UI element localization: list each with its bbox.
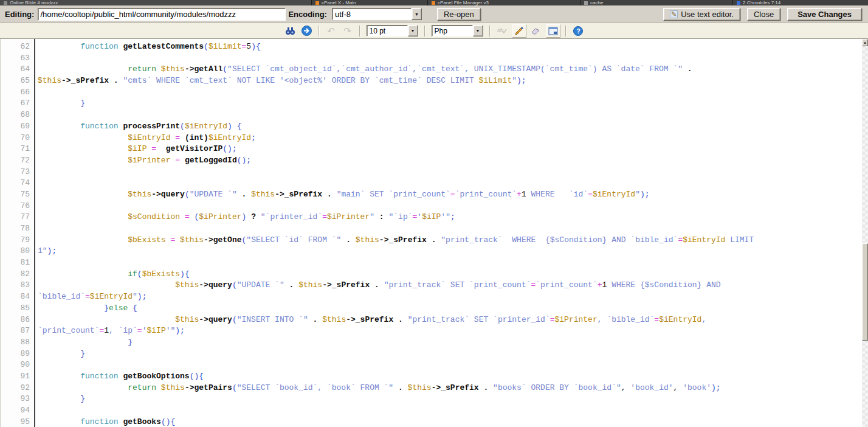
code-line[interactable] (38, 167, 868, 178)
line-number: 85 (1, 303, 30, 314)
find-icon[interactable] (284, 25, 297, 37)
encoding-label: Encoding: (288, 10, 327, 19)
code-line[interactable]: $sCondition = ($iPrinter) ? "`printer_id… (38, 212, 868, 223)
code-lines[interactable]: function getLatestComments($iLimit=5){ r… (35, 39, 868, 427)
code-line[interactable]: $this->query("UPDATE `" . $this->_sPrefi… (38, 280, 868, 291)
tab-favicon-icon (584, 1, 588, 5)
go-icon-svg (301, 26, 312, 36)
scrollbar-thumb[interactable] (862, 243, 868, 341)
editor-toolbar: ↶ ↷ 10 pt ▼ Php ▼ ab (0, 23, 868, 39)
syntax-select[interactable]: Php ▼ (432, 25, 483, 36)
tab-label: cPanel X - Main (322, 0, 356, 5)
code-line[interactable]: } (38, 337, 868, 349)
code-editor: 6263646566676869707172737475767778798081… (0, 39, 868, 427)
font-size-selected-value: 10 pt (367, 25, 408, 36)
code-line[interactable]: } (38, 394, 868, 405)
line-number: 66 (1, 87, 30, 99)
browser-tab[interactable]: cPanel File Manager v3 (428, 0, 580, 5)
code-line[interactable]: $iEntryId = (int)$iEntryId; (38, 133, 868, 144)
line-number: 74 (1, 178, 30, 189)
browser-tab[interactable]: cPanel X - Main (312, 0, 428, 5)
code-line[interactable] (38, 359, 868, 371)
code-line[interactable] (38, 109, 868, 121)
line-number: 84 (1, 291, 30, 303)
line-number: 83 (1, 280, 30, 291)
line-number: 78 (1, 223, 30, 235)
line-number: 93 (1, 394, 30, 405)
code-line[interactable]: function getBooks(){ (38, 417, 868, 427)
code-line[interactable]: function getBookOptions(){ (38, 371, 868, 383)
line-number: 73 (1, 167, 30, 178)
eraser-icon[interactable] (529, 25, 543, 37)
code-line[interactable] (38, 257, 868, 269)
line-number: 89 (1, 349, 30, 360)
go-icon[interactable] (300, 25, 314, 37)
code-line[interactable]: } (38, 349, 868, 360)
line-number: 71 (1, 144, 30, 155)
file-path-input[interactable] (38, 8, 286, 21)
use-text-editor-button[interactable]: ✎Use text editor. (663, 8, 740, 21)
code-line[interactable]: $this->query("INSERT INTO `" . $this->_s… (38, 314, 868, 326)
window-icon[interactable] (546, 24, 560, 38)
scroll-up-icon[interactable]: ▲ (862, 39, 868, 46)
tab-label: cPanel File Manager v3 (438, 0, 489, 5)
code-line[interactable]: }else { (38, 303, 868, 314)
code-line[interactable] (38, 53, 868, 64)
line-number: 79 (1, 235, 30, 246)
code-line[interactable] (38, 87, 868, 99)
help-icon-svg: ? (573, 26, 583, 36)
code-line[interactable] (38, 405, 868, 417)
font-size-select[interactable]: 10 pt ▼ (367, 25, 418, 36)
encoding-select[interactable]: utf-8 ▼ (332, 8, 422, 20)
tab-favicon-icon (432, 1, 435, 5)
browser-tab[interactable]: cache (580, 0, 733, 5)
highlight-icon[interactable] (512, 24, 526, 38)
tab-favicon-icon (315, 1, 319, 5)
code-line[interactable] (38, 223, 868, 235)
code-line[interactable]: function getLatestComments($iLimit=5){ (38, 41, 868, 53)
code-line[interactable]: $this->_sPrefix . "cmts` WHERE `cmt_text… (38, 75, 868, 87)
code-line[interactable]: return $this->getAll("SELECT `cmt_object… (38, 64, 868, 75)
line-number: 75 (1, 189, 30, 201)
line-number: 68 (1, 109, 30, 121)
chevron-down-icon[interactable]: ▼ (473, 25, 483, 36)
code-line[interactable]: $iIP = getVisitorIP(); (38, 144, 868, 155)
chevron-down-icon[interactable]: ▼ (412, 8, 422, 20)
help-icon[interactable]: ? (571, 25, 585, 37)
save-changes-button[interactable]: Save Changes (787, 8, 862, 21)
line-number: 72 (1, 155, 30, 167)
line-number: 62 (1, 41, 30, 53)
code-line[interactable]: $this->query("UPDATE `" . $this->_sPrefi… (38, 189, 868, 201)
tab-label: cache (590, 0, 603, 5)
code-line[interactable]: 1"); (38, 246, 868, 257)
code-line[interactable]: if($bExists){ (38, 269, 868, 280)
code-line[interactable]: } (38, 98, 868, 109)
chevron-down-icon[interactable]: ▼ (408, 25, 418, 36)
spellcheck-icon[interactable]: ab (495, 25, 509, 37)
svg-text:?: ? (576, 27, 580, 34)
code-line[interactable]: `bible_id`=$iEntryId"); (38, 291, 868, 303)
svg-text:ab: ab (497, 27, 503, 33)
vertical-scrollbar[interactable]: ▲ (862, 39, 868, 427)
line-number: 69 (1, 121, 30, 133)
code-line[interactable]: return $this->getPairs("SELECT `book_id`… (38, 383, 868, 394)
code-line[interactable] (38, 201, 868, 212)
undo-icon[interactable]: ↶ (325, 25, 338, 37)
line-number: 67 (1, 98, 30, 109)
code-line[interactable]: $iPrinter = getLoggedId(); (38, 155, 868, 167)
code-line[interactable] (38, 178, 868, 189)
line-number: 70 (1, 133, 30, 144)
line-number: 86 (1, 314, 30, 326)
line-number: 90 (1, 359, 30, 371)
browser-tab[interactable]: 2 Chronicles 7:14 (733, 0, 868, 5)
code-line[interactable]: function processPrint($iEntryId) { (38, 121, 868, 133)
pencil-icon: ✎ (670, 10, 678, 18)
redo-icon[interactable]: ↷ (341, 25, 354, 37)
browser-tab[interactable]: Online Bible 4 modzzz (0, 0, 312, 5)
code-line[interactable]: `print_count`=1, `ip`='$iIP'"); (38, 325, 868, 337)
close-button[interactable]: Close (747, 8, 780, 21)
line-number: 82 (1, 269, 30, 280)
line-number: 64 (1, 64, 30, 75)
code-line[interactable]: $bExists = $this->getOne("SELECT `id` FR… (38, 235, 868, 246)
reopen-button[interactable]: Re-open (437, 8, 481, 21)
